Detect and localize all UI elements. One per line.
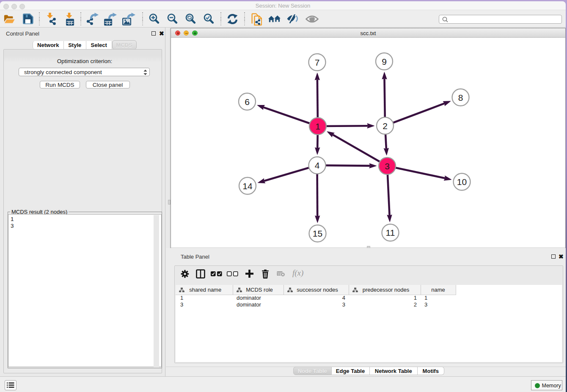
svg-text:8: 8 — [458, 93, 463, 102]
svg-text:11: 11 — [386, 228, 395, 237]
svg-text:7: 7 — [315, 58, 320, 67]
svg-text:3: 3 — [385, 161, 390, 171]
svg-text:4: 4 — [315, 160, 320, 170]
svg-text:15: 15 — [313, 229, 322, 238]
svg-text:6: 6 — [245, 97, 250, 107]
svg-text:1: 1 — [315, 121, 320, 131]
svg-text:14: 14 — [242, 181, 253, 191]
svg-text:2: 2 — [383, 121, 388, 131]
svg-text:9: 9 — [382, 57, 387, 66]
svg-text:10: 10 — [457, 177, 467, 187]
